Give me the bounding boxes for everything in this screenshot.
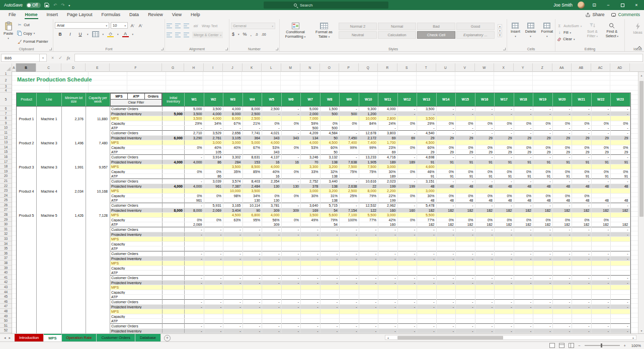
grid-cell[interactable] (592, 290, 611, 295)
grid-cell[interactable]: 182 (553, 222, 573, 227)
grid-cell[interactable]: - (592, 126, 611, 131)
grid-cell[interactable]: - (592, 203, 611, 208)
grid-cell[interactable] (340, 285, 359, 290)
grid-cell[interactable]: 91 (475, 174, 495, 179)
grid-cell[interactable]: - (223, 251, 243, 256)
grid-cell[interactable]: 70 (301, 160, 320, 164)
grid-cell[interactable]: - (592, 107, 611, 111)
grid-cell[interactable]: 21% (243, 121, 263, 126)
grid-cell[interactable] (592, 140, 611, 145)
grid-cell[interactable]: 29% (185, 121, 204, 126)
grid-cell[interactable]: - (475, 256, 495, 261)
column-header-j[interactable]: J (223, 63, 243, 72)
product-name-cell[interactable] (17, 251, 37, 276)
grid-cell[interactable] (437, 237, 456, 241)
percent-style-icon[interactable]: % (243, 32, 247, 37)
grid-cell[interactable] (204, 246, 224, 251)
grid-cell[interactable] (611, 237, 630, 241)
grid-cell[interactable]: 0% (475, 121, 495, 126)
grid-cell[interactable]: 4,000 (378, 107, 398, 111)
grid-cell[interactable] (514, 285, 534, 290)
grid-cell[interactable]: - (378, 329, 398, 333)
product-capacity-per-week-cell[interactable] (86, 300, 110, 324)
grid-cell[interactable] (553, 246, 573, 251)
grid-cell[interactable]: - (262, 232, 282, 237)
product-line-cell[interactable] (37, 300, 62, 324)
grid-cell[interactable]: 8,631 (243, 155, 263, 159)
grid-cell[interactable]: 199 (378, 198, 398, 203)
grid-cell[interactable] (437, 189, 456, 193)
cell-style-neutral[interactable]: Neutral (339, 31, 377, 39)
grid-cell[interactable] (475, 140, 495, 145)
grid-cell[interactable] (340, 246, 359, 251)
grid-cell[interactable]: 1,700 (378, 140, 398, 145)
grid-cell[interactable]: - (514, 131, 534, 135)
grid-cell[interactable]: - (185, 155, 204, 159)
sheet-tab-operation-rate[interactable]: Operation Rate (62, 334, 97, 341)
increase-font-icon[interactable]: Aˆ (129, 22, 136, 29)
column-header-f[interactable]: F (110, 63, 162, 72)
product-line-cell[interactable] (37, 227, 62, 251)
initial-inventory-cell[interactable] (163, 266, 185, 271)
restore-icon[interactable] (618, 1, 627, 10)
grid-cell[interactable]: 4,209 (301, 131, 320, 135)
grid-cell[interactable]: - (378, 276, 398, 280)
grid-cell[interactable]: - (262, 112, 282, 116)
grid-cell[interactable]: - (533, 305, 553, 309)
grid-cell[interactable]: - (514, 232, 534, 237)
column-header-ac[interactable]: AC (591, 63, 611, 72)
grid-cell[interactable]: 3,529 (204, 131, 224, 135)
initial-inventory-cell[interactable] (163, 145, 185, 150)
grid-cell[interactable]: - (417, 112, 437, 116)
grid-cell[interactable] (301, 150, 320, 155)
grid-cell[interactable]: 16 (262, 174, 282, 179)
grid-cell[interactable] (398, 285, 418, 290)
product-name-cell[interactable] (17, 276, 37, 300)
grid-cell[interactable]: - (592, 179, 611, 184)
grid-cell[interactable]: - (282, 300, 301, 304)
grid-cell[interactable]: 99% (359, 145, 379, 150)
number-format-select[interactable]: General▾ (231, 23, 275, 29)
grid-cell[interactable] (262, 290, 282, 295)
grid-cell[interactable]: - (475, 155, 495, 159)
grid-cell[interactable]: 3,574 (223, 179, 243, 184)
initial-inventory-cell[interactable] (163, 227, 185, 232)
grid-cell[interactable]: 0% (553, 194, 573, 198)
grid-cell[interactable] (495, 237, 514, 241)
grid-cell[interactable]: - (398, 203, 418, 208)
styles-more-icon[interactable]: ⊽ (498, 33, 502, 37)
grid-cell[interactable]: - (611, 300, 630, 304)
grid-cell[interactable]: - (495, 107, 514, 111)
row-label-co[interactable]: Customer Orders (110, 107, 163, 111)
grid-cell[interactable] (320, 246, 340, 251)
grid-cell[interactable]: 16 (262, 160, 282, 164)
column-header-h[interactable]: H (184, 63, 204, 72)
grid-cell[interactable] (243, 309, 263, 314)
grid-cell[interactable]: - (553, 203, 573, 208)
grid-cell[interactable]: 7,450 (340, 136, 359, 140)
row-label-atp[interactable]: ATP (110, 150, 163, 155)
grid-cell[interactable] (417, 290, 437, 295)
grid-cell[interactable]: 85% (243, 169, 263, 174)
grid-cell[interactable] (553, 140, 573, 145)
grid-cell[interactable] (223, 319, 243, 324)
grid-cell[interactable]: 29 (553, 136, 573, 140)
initial-inventory-cell[interactable] (163, 237, 185, 241)
row-label-cap[interactable]: Capacity (110, 314, 163, 319)
grid-cell[interactable] (611, 246, 630, 251)
grid-cell[interactable] (475, 314, 495, 319)
grid-cell[interactable]: 500 (340, 112, 359, 116)
grid-cell[interactable] (282, 266, 301, 271)
grid-cell[interactable]: - (243, 276, 263, 280)
grid-cell[interactable]: - (359, 232, 379, 237)
row-header-46[interactable]: 46 (0, 299, 12, 304)
align-middle-icon[interactable] (175, 24, 181, 28)
grid-cell[interactable]: 130 (243, 198, 263, 203)
grid-cell[interactable]: - (340, 107, 359, 111)
row-label-atp[interactable]: ATP (110, 319, 163, 324)
grid-cell[interactable]: - (572, 227, 592, 232)
grid-cell[interactable] (340, 126, 359, 131)
grid-cell[interactable]: 3,000 (301, 189, 320, 193)
grid-cell[interactable]: 182 (592, 222, 611, 227)
grid-cell[interactable]: - (475, 227, 495, 232)
